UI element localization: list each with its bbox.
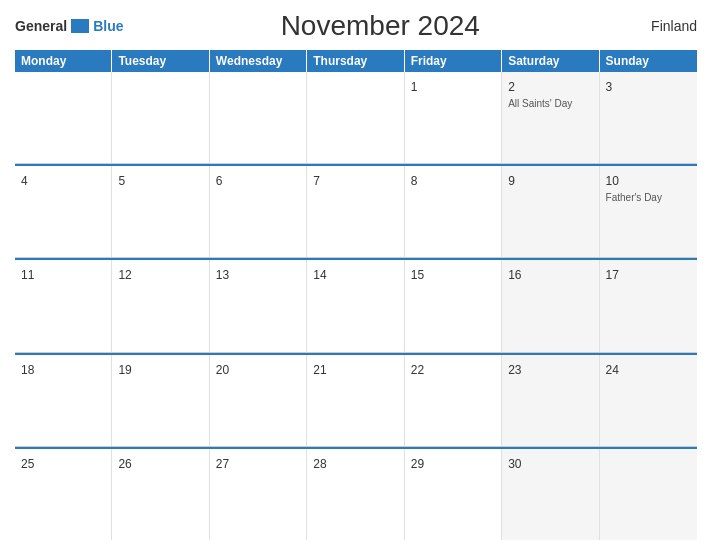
cell-w4-wed: 20 — [210, 355, 307, 446]
calendar: Monday Tuesday Wednesday Thursday Friday… — [15, 50, 697, 540]
week-4: 18 19 20 21 22 23 24 — [15, 353, 697, 447]
cell-w5-wed: 27 — [210, 449, 307, 540]
cell-w3-wed: 13 — [210, 260, 307, 351]
cell-w2-sun: 10 Father's Day — [600, 166, 697, 257]
cell-w3-sun: 17 — [600, 260, 697, 351]
cell-w2-tue: 5 — [112, 166, 209, 257]
cell-w2-thu: 7 — [307, 166, 404, 257]
header-thursday: Thursday — [307, 50, 404, 72]
svg-marker-2 — [80, 19, 89, 33]
cell-w3-tue: 12 — [112, 260, 209, 351]
cell-w3-sat: 16 — [502, 260, 599, 351]
logo-flag-icon — [71, 19, 89, 33]
cell-w5-sat: 30 — [502, 449, 599, 540]
cell-w5-thu: 28 — [307, 449, 404, 540]
logo-blue: Blue — [93, 18, 123, 34]
logo-general: General — [15, 18, 67, 34]
country-label: Finland — [637, 18, 697, 34]
cell-w4-sun: 24 — [600, 355, 697, 446]
cell-w4-tue: 19 — [112, 355, 209, 446]
week-3: 11 12 13 14 15 16 17 — [15, 258, 697, 352]
cell-w1-sat: 2 All Saints' Day — [502, 72, 599, 163]
cell-w4-fri: 22 — [405, 355, 502, 446]
page: General Blue November 2024 Finland Monda… — [0, 0, 712, 550]
week-2: 4 5 6 7 8 9 10 Father's Day — [15, 164, 697, 258]
cell-w4-mon: 18 — [15, 355, 112, 446]
cell-w2-mon: 4 — [15, 166, 112, 257]
header-sunday: Sunday — [600, 50, 697, 72]
month-title: November 2024 — [123, 10, 637, 42]
cell-w2-sat: 9 — [502, 166, 599, 257]
cell-w4-thu: 21 — [307, 355, 404, 446]
cell-w1-wed — [210, 72, 307, 163]
calendar-body: 1 2 All Saints' Day 3 4 5 6 7 8 9 10 Fat… — [15, 72, 697, 540]
cell-w5-sun — [600, 449, 697, 540]
cell-w1-fri: 1 — [405, 72, 502, 163]
header-friday: Friday — [405, 50, 502, 72]
cell-w2-wed: 6 — [210, 166, 307, 257]
cell-w1-mon — [15, 72, 112, 163]
cell-w4-sat: 23 — [502, 355, 599, 446]
cell-w2-fri: 8 — [405, 166, 502, 257]
header-tuesday: Tuesday — [112, 50, 209, 72]
cell-w5-mon: 25 — [15, 449, 112, 540]
cell-w1-tue — [112, 72, 209, 163]
logo: General Blue — [15, 18, 123, 34]
header-saturday: Saturday — [502, 50, 599, 72]
header-wednesday: Wednesday — [210, 50, 307, 72]
cell-w5-fri: 29 — [405, 449, 502, 540]
cell-w3-fri: 15 — [405, 260, 502, 351]
header: General Blue November 2024 Finland — [15, 10, 697, 42]
cell-w1-sun: 3 — [600, 72, 697, 163]
calendar-header: Monday Tuesday Wednesday Thursday Friday… — [15, 50, 697, 72]
cell-w3-mon: 11 — [15, 260, 112, 351]
week-1: 1 2 All Saints' Day 3 — [15, 72, 697, 164]
cell-w3-thu: 14 — [307, 260, 404, 351]
cell-w5-tue: 26 — [112, 449, 209, 540]
cell-w1-thu — [307, 72, 404, 163]
week-5: 25 26 27 28 29 30 — [15, 447, 697, 540]
header-monday: Monday — [15, 50, 112, 72]
